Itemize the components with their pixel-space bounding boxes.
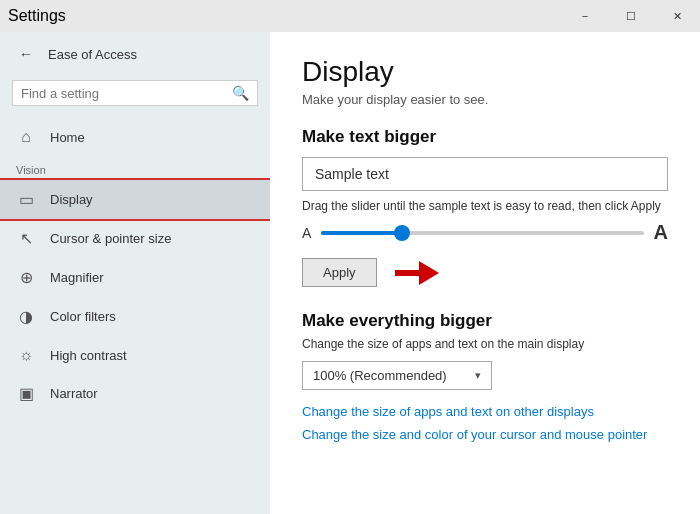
sidebar-item-color-filters[interactable]: ◑ Color filters xyxy=(0,297,270,336)
titlebar-title: Settings xyxy=(8,7,66,25)
slider-fill xyxy=(321,231,402,235)
dropdown-row: 100% (Recommended) ▾ xyxy=(302,361,668,390)
titlebar-controls: − ☐ ✕ xyxy=(562,0,700,32)
text-size-slider[interactable] xyxy=(321,231,643,235)
narrator-icon: ▣ xyxy=(16,384,36,403)
sidebar: ← Ease of Access 🔍 ⌂ Home Vision ▭ Displ… xyxy=(0,32,270,514)
content-area: Display Make your display easier to see.… xyxy=(270,32,700,514)
sidebar-item-home-label: Home xyxy=(50,130,85,145)
sidebar-item-display[interactable]: ▭ Display xyxy=(0,180,270,219)
high-contrast-icon: ☼ xyxy=(16,346,36,364)
maximize-button[interactable]: ☐ xyxy=(608,0,654,32)
search-input[interactable] xyxy=(21,86,226,101)
magnifier-icon: ⊕ xyxy=(16,268,36,287)
display-icon: ▭ xyxy=(16,190,36,209)
sidebar-item-narrator-label: Narrator xyxy=(50,386,98,401)
app-body: ← Ease of Access 🔍 ⌂ Home Vision ▭ Displ… xyxy=(0,32,700,514)
slider-description: Drag the slider until the sample text is… xyxy=(302,199,668,213)
arrow-indicator xyxy=(395,261,443,285)
sidebar-item-high-contrast[interactable]: ☼ High contrast xyxy=(0,336,270,374)
sidebar-item-display-label: Display xyxy=(50,192,93,207)
color-filters-icon: ◑ xyxy=(16,307,36,326)
cursor-size-link[interactable]: Change the size and color of your cursor… xyxy=(302,427,668,442)
titlebar: Settings − ☐ ✕ xyxy=(0,0,700,32)
sidebar-item-high-contrast-label: High contrast xyxy=(50,348,127,363)
slider-label-big: A xyxy=(654,221,668,244)
make-text-bigger-title: Make text bigger xyxy=(302,127,668,147)
close-button[interactable]: ✕ xyxy=(654,0,700,32)
slider-label-small: A xyxy=(302,225,311,241)
sample-text-box: Sample text xyxy=(302,157,668,191)
titlebar-left: Settings xyxy=(8,7,66,25)
sidebar-item-color-filters-label: Color filters xyxy=(50,309,116,324)
sidebar-item-magnifier[interactable]: ⊕ Magnifier xyxy=(0,258,270,297)
slider-row: A A xyxy=(302,221,668,244)
back-button[interactable]: ← xyxy=(12,40,40,68)
sidebar-nav-top: ← Ease of Access xyxy=(0,32,270,76)
sidebar-item-cursor-label: Cursor & pointer size xyxy=(50,231,171,246)
search-box[interactable]: 🔍 xyxy=(12,80,258,106)
dropdown-value: 100% (Recommended) xyxy=(313,368,447,383)
sidebar-item-magnifier-label: Magnifier xyxy=(50,270,103,285)
size-dropdown[interactable]: 100% (Recommended) ▾ xyxy=(302,361,492,390)
slider-thumb[interactable] xyxy=(394,225,410,241)
page-subtitle: Make your display easier to see. xyxy=(302,92,668,107)
make-everything-bigger-desc: Change the size of apps and text on the … xyxy=(302,337,668,351)
make-everything-bigger-title: Make everything bigger xyxy=(302,311,668,331)
other-displays-link[interactable]: Change the size of apps and text on othe… xyxy=(302,404,668,419)
cursor-icon: ↖ xyxy=(16,229,36,248)
arrow-head xyxy=(419,261,439,285)
minimize-button[interactable]: − xyxy=(562,0,608,32)
sidebar-nav-title: Ease of Access xyxy=(48,47,137,62)
sidebar-item-cursor[interactable]: ↖ Cursor & pointer size xyxy=(0,219,270,258)
page-title: Display xyxy=(302,56,668,88)
vision-section-label: Vision xyxy=(0,156,270,180)
sidebar-item-home[interactable]: ⌂ Home xyxy=(0,118,270,156)
chevron-down-icon: ▾ xyxy=(475,369,481,382)
apply-button[interactable]: Apply xyxy=(302,258,377,287)
apply-row: Apply xyxy=(302,258,668,287)
search-icon[interactable]: 🔍 xyxy=(232,85,249,101)
sidebar-item-narrator[interactable]: ▣ Narrator xyxy=(0,374,270,413)
home-icon: ⌂ xyxy=(16,128,36,146)
